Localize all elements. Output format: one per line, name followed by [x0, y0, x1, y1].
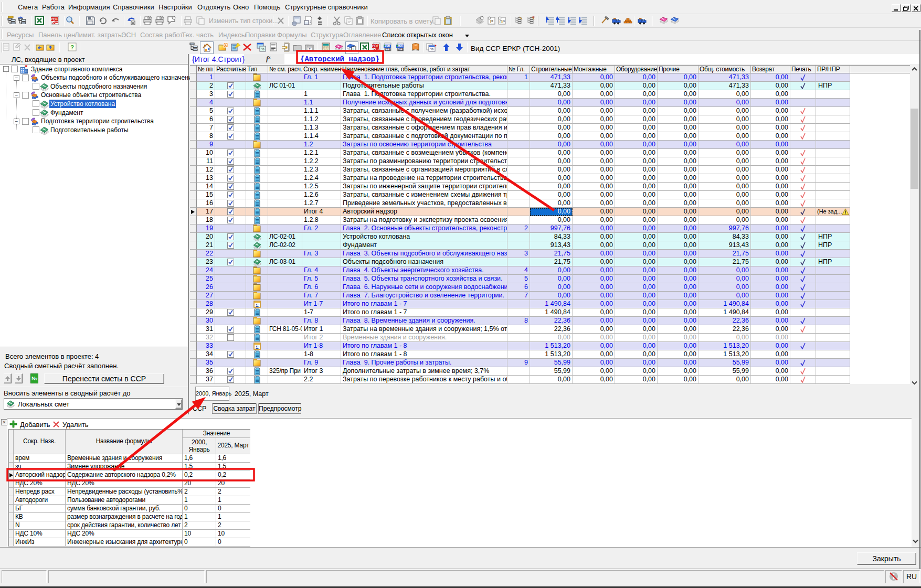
svg-text:ПР: ПР: [500, 19, 505, 24]
svg-text:PDF: PDF: [372, 44, 379, 48]
svg-text:P: P: [490, 19, 493, 24]
svg-text:PDF: PDF: [51, 17, 58, 21]
svg-text:%: %: [261, 47, 264, 51]
svg-text:Σ: Σ: [309, 48, 311, 51]
svg-text:?: ?: [70, 44, 74, 50]
svg-text:%: %: [430, 47, 433, 51]
svg-text:F: F: [353, 47, 355, 51]
svg-text:ГГЭ: ГГЭ: [385, 48, 390, 51]
svg-text:МГЭ: МГЭ: [398, 48, 404, 51]
